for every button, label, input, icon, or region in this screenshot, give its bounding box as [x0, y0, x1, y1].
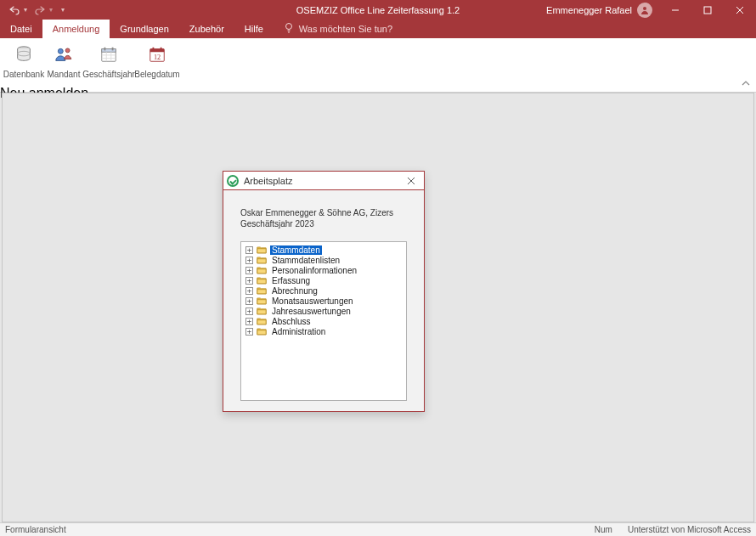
- folder-icon: [257, 266, 267, 274]
- nav-tree[interactable]: +Stammdaten+Stammdatenlisten+Personalinf…: [240, 241, 407, 401]
- tree-item[interactable]: +Abrechnung: [244, 285, 403, 296]
- expand-icon[interactable]: +: [245, 246, 253, 254]
- tree-item-label: Abschluss: [270, 317, 313, 326]
- tab-datei[interactable]: Datei: [0, 20, 42, 38]
- expand-icon[interactable]: +: [245, 257, 253, 264]
- app-circle-icon: [227, 175, 239, 187]
- svg-rect-13: [102, 49, 116, 53]
- people-icon: [54, 44, 74, 65]
- redo-dropdown-icon[interactable]: ▾: [49, 6, 53, 14]
- close-button[interactable]: [724, 0, 756, 20]
- tree-item[interactable]: +Jahresauswertungen: [244, 306, 403, 316]
- user-name: Emmenegger Rafael: [546, 5, 632, 15]
- status-bar: Formularansicht Num Unterstützt von Micr…: [0, 522, 756, 536]
- svg-point-0: [643, 7, 646, 10]
- folder-icon: [257, 286, 267, 295]
- expand-icon[interactable]: +: [245, 287, 253, 295]
- user-avatar-icon: [637, 3, 652, 18]
- tree-item[interactable]: +Erfassung: [244, 275, 403, 285]
- calendar-day-icon: 12: [147, 44, 167, 65]
- tree-item-label: Abrechnung: [270, 286, 319, 296]
- folder-icon: [257, 327, 267, 336]
- mandant-label: Mandant: [48, 65, 81, 83]
- ribbon: Datenbank Mandant Geschäftsjahr 1: [0, 38, 756, 93]
- expand-icon[interactable]: +: [245, 318, 253, 325]
- geschaeftsjahr-button[interactable]: Geschäftsjahr: [85, 42, 133, 86]
- collapse-ribbon-icon[interactable]: [741, 78, 751, 90]
- qat-customize[interactable]: ▾: [56, 4, 68, 15]
- quick-access-toolbar: ▾ ▾ ▾: [0, 3, 68, 17]
- status-powered-by: Unterstützt von Microsoft Access: [628, 525, 751, 534]
- svg-point-11: [65, 48, 70, 53]
- tree-item[interactable]: +Personalinformationen: [244, 265, 403, 275]
- svg-rect-21: [150, 49, 165, 53]
- arbeitsplatz-window: Arbeitsplatz Oskar Emmenegger & Söhne AG…: [223, 171, 425, 412]
- undo-dropdown-icon[interactable]: ▾: [24, 6, 27, 14]
- child-close-button[interactable]: [402, 172, 420, 190]
- expand-icon[interactable]: +: [245, 328, 253, 336]
- folder-icon: [257, 256, 267, 264]
- belegdatum-label: Belegdatum: [134, 65, 179, 83]
- fiscal-year-line: Geschäftsjahr 2023: [240, 218, 407, 229]
- tab-grundlagen[interactable]: Grundlagen: [110, 20, 179, 38]
- svg-text:12: 12: [154, 54, 161, 61]
- status-view-mode: Formularansicht: [5, 525, 66, 534]
- child-titlebar[interactable]: Arbeitsplatz: [223, 172, 424, 190]
- lightbulb-icon: [284, 22, 294, 36]
- tree-item[interactable]: +Abschluss: [244, 316, 403, 326]
- tree-item-label: Stammdaten: [270, 245, 322, 255]
- tell-me-search[interactable]: Was möchten Sie tun?: [274, 20, 403, 38]
- tab-anmeldung[interactable]: Anmeldung: [42, 20, 110, 38]
- tree-item-label: Erfassung: [270, 276, 312, 285]
- maximize-button[interactable]: [691, 0, 724, 20]
- undo-button[interactable]: ▾: [5, 3, 31, 17]
- folder-icon: [257, 245, 267, 254]
- status-numlock: Num: [595, 525, 612, 534]
- redo-button[interactable]: ▾: [31, 3, 56, 17]
- folder-icon: [257, 276, 267, 285]
- mdi-workspace: Arbeitsplatz Oskar Emmenegger & Söhne AG…: [2, 93, 754, 522]
- tree-item[interactable]: +Stammdaten: [244, 245, 403, 255]
- tree-item-label: Stammdatenlisten: [270, 256, 341, 265]
- tree-item[interactable]: +Stammdatenlisten: [244, 255, 403, 265]
- calendar-icon: [99, 44, 118, 65]
- tree-item-label: Monatsauswertungen: [270, 296, 355, 306]
- tree-item-label: Personalinformationen: [270, 266, 358, 275]
- mandant-button[interactable]: Mandant: [46, 42, 82, 86]
- tell-me-label: Was möchten Sie tun?: [299, 24, 392, 34]
- tree-item[interactable]: +Administration: [244, 326, 403, 336]
- datenbank-button[interactable]: Datenbank: [5, 42, 42, 86]
- child-title: Arbeitsplatz: [244, 176, 292, 186]
- minimize-button[interactable]: [659, 0, 691, 20]
- expand-icon[interactable]: +: [245, 277, 253, 285]
- ribbon-tabs: Datei Anmeldung Grundlagen Zubehör Hilfe…: [0, 20, 756, 38]
- folder-icon: [257, 307, 267, 315]
- tree-item-label: Administration: [270, 327, 327, 336]
- belegdatum-button[interactable]: 12 Belegdatum: [136, 42, 178, 86]
- svg-rect-2: [704, 7, 711, 14]
- tree-item[interactable]: +Monatsauswertungen: [244, 296, 403, 306]
- tree-item-label: Jahresauswertungen: [270, 307, 353, 316]
- company-line: Oskar Emmenegger & Söhne AG, Zizers: [240, 207, 407, 218]
- database-icon: [14, 44, 33, 65]
- tab-zubehoer[interactable]: Zubehör: [179, 20, 234, 38]
- folder-icon: [257, 317, 267, 325]
- svg-point-5: [285, 24, 291, 30]
- tab-hilfe[interactable]: Hilfe: [234, 20, 274, 38]
- user-account[interactable]: Emmenegger Rafael: [539, 3, 659, 18]
- datenbank-label: Datenbank: [3, 65, 44, 83]
- expand-icon[interactable]: +: [245, 307, 253, 315]
- geschaeftsjahr-label: Geschäftsjahr: [82, 65, 135, 83]
- folder-icon: [257, 296, 267, 305]
- svg-point-10: [58, 48, 63, 54]
- expand-icon[interactable]: +: [245, 267, 253, 274]
- expand-icon[interactable]: +: [245, 297, 253, 305]
